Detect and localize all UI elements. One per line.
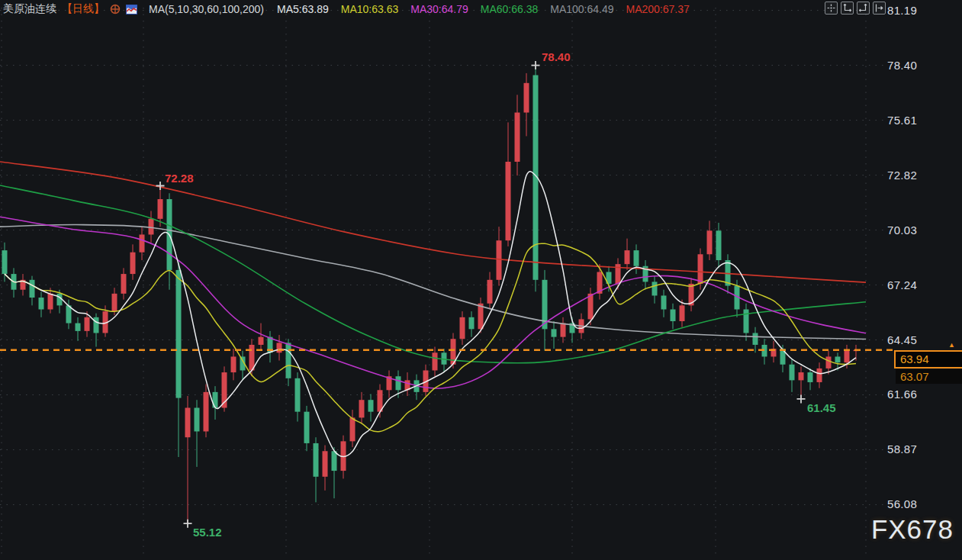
y-axis-label: 81.19	[887, 4, 917, 17]
extreme-marker-icon	[797, 394, 806, 403]
timeframe-label[interactable]: 【日线】	[62, 2, 105, 16]
y-axis-label: 64.45	[887, 333, 917, 346]
candlestick-chart[interactable]	[0, 0, 962, 560]
chart-type-icon[interactable]	[126, 5, 137, 14]
export-icon[interactable]	[873, 2, 886, 14]
y-axis-label: 61.66	[887, 388, 917, 401]
ma-value-ma200: MA200:67.37	[626, 3, 690, 15]
axis-left-icon[interactable]	[841, 2, 854, 14]
symbol-name: 美原油连续	[3, 2, 56, 16]
ma-value-ma100: MA100:64.49	[550, 3, 613, 15]
ma-value-ma60: MA60:66.38	[481, 3, 539, 15]
y-axis-label: 75.61	[887, 114, 917, 127]
y-axis-label: 78.40	[887, 59, 917, 72]
extreme-marker-icon	[184, 520, 192, 528]
y-axis-label: 72.82	[887, 169, 917, 182]
last-price-tag: 63.94	[894, 350, 962, 369]
ma-value-ma10: MA10:63.63	[341, 3, 399, 15]
y-axis: 81.1978.4075.6172.8270.0367.2464.4561.66…	[887, 0, 960, 560]
chart-header: 美原油连续 【日线】 MA(5,10,30,60,100,200) MA5:63…	[3, 0, 690, 18]
chart-window: 美原油连续 【日线】 MA(5,10,30,60,100,200) MA5:63…	[0, 0, 962, 560]
y-axis-label: 56.08	[887, 497, 917, 510]
ma-value-list: MA5:63.89MA10:63.63MA30:64.79MA60:66.38M…	[277, 3, 690, 15]
crosshair-icon[interactable]	[825, 2, 838, 14]
ma-value-ma5: MA5:63.89	[277, 3, 329, 15]
y-axis-label: 67.24	[887, 278, 917, 291]
y-axis-label: 70.03	[887, 224, 917, 237]
indicator-label: MA(5,10,30,60,100,200)	[149, 3, 264, 15]
chart-toolbar	[825, 2, 886, 14]
y-axis-label: 58.87	[887, 443, 917, 455]
settlement-price-tag: 63.07	[896, 369, 962, 384]
extreme-marker-icon	[532, 61, 540, 69]
target-icon[interactable]	[110, 4, 121, 14]
extreme-marker-icon	[156, 182, 165, 190]
ma-value-ma30: MA30:64.79	[410, 3, 468, 15]
axis-right-icon[interactable]	[857, 2, 870, 14]
price-up-arrow-icon: ▲	[948, 342, 954, 349]
